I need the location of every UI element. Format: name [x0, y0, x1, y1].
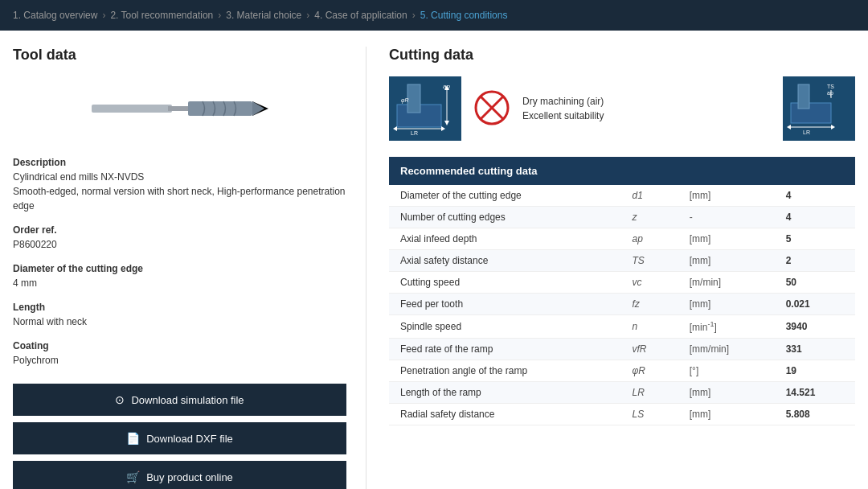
table-row: Radial safety distance LS [mm] 5.808	[389, 404, 855, 425]
description-line1: Cylindrical end mills NX-NVDS	[13, 170, 346, 184]
condition-label: Dry machining (air)	[522, 94, 604, 109]
tool-image-svg	[92, 91, 268, 127]
order-value: P8600220	[13, 237, 346, 252]
dxf-button-label: Download DXF file	[146, 433, 233, 445]
row-unit: [mm]	[678, 382, 775, 404]
nav-sep-2: ›	[218, 10, 221, 21]
length-value: Normal with neck	[13, 314, 346, 329]
3d-icon: ⊙	[115, 393, 125, 406]
row-value: 2	[775, 250, 855, 272]
svg-marker-4	[252, 101, 264, 116]
table-row: Feed per tooth fz [mm] 0.021	[389, 294, 855, 315]
table-row: Penetration angle of the ramp φR [°] 19	[389, 360, 855, 382]
row-label: Axial infeed depth	[389, 228, 620, 250]
cutting-diagram-right-svg: TS ap LR	[787, 80, 851, 137]
row-unit: [mm]	[678, 185, 775, 207]
left-panel: Tool data Descript	[13, 47, 366, 489]
order-label: Order ref.	[13, 224, 346, 236]
row-label: Length of the ramp	[389, 382, 620, 404]
svg-rect-10	[407, 84, 420, 113]
nav-case[interactable]: 4. Case of application	[314, 10, 407, 21]
row-label: Cutting speed	[389, 272, 620, 294]
row-symbol: vc	[620, 272, 678, 294]
svg-marker-26	[831, 125, 835, 129]
row-symbol: ap	[620, 228, 678, 250]
diameter-block: Diameter of the cutting edge 4 mm	[13, 263, 346, 290]
svg-marker-14	[441, 126, 445, 131]
row-label: Radial safety distance	[389, 404, 620, 425]
row-unit: [°]	[678, 360, 775, 382]
row-symbol: d1	[620, 185, 678, 207]
svg-text:LR: LR	[803, 129, 810, 135]
download-simulation-button[interactable]: ⊙ Download simulation file	[13, 384, 346, 416]
row-unit: -	[678, 207, 775, 228]
row-unit: [mm]	[678, 228, 775, 250]
right-panel: Cutting data ap φR	[366, 47, 855, 489]
row-unit: [mm]	[678, 404, 775, 425]
svg-marker-25	[787, 125, 791, 129]
cutting-data-title: Cutting data	[389, 47, 855, 64]
download-dxf-button[interactable]: 📄 Download DXF file	[13, 422, 346, 454]
tool-image-area	[13, 76, 346, 141]
row-value: 4	[775, 185, 855, 207]
row-value: 3940	[775, 315, 855, 339]
order-block: Order ref. P8600220	[13, 224, 346, 252]
row-value: 5	[775, 228, 855, 250]
row-symbol: n	[620, 315, 678, 339]
cutting-diagram-icon-box: ap φR LR	[389, 76, 461, 141]
table-row: Feed rate of the ramp vfR [mm/min] 331	[389, 339, 855, 360]
row-symbol: φR	[620, 360, 678, 382]
cutting-diagram-svg: ap φR LR	[393, 80, 457, 137]
row-symbol: LS	[620, 404, 678, 425]
svg-rect-0	[92, 105, 172, 113]
row-value: 4	[775, 207, 855, 228]
diameter-value: 4 mm	[13, 276, 346, 290]
svg-text:ap: ap	[827, 90, 833, 97]
svg-rect-2	[188, 101, 252, 116]
action-buttons: ⊙ Download simulation file 📄 Download DX…	[13, 384, 346, 489]
main-container: Tool data Descript	[0, 31, 868, 489]
row-unit: [m/min]	[678, 272, 775, 294]
row-label: Number of cutting edges	[389, 207, 620, 228]
table-row: Cutting speed vc [m/min] 50	[389, 272, 855, 294]
buy-product-button[interactable]: 🛒 Buy product online	[13, 461, 346, 489]
row-unit: [min-1]	[678, 315, 775, 339]
table-row: Length of the ramp LR [mm] 14.521	[389, 382, 855, 404]
tool-data-title: Tool data	[13, 47, 346, 64]
svg-text:φR: φR	[401, 97, 409, 104]
nav-catalog[interactable]: 1. Catalog overview	[13, 10, 97, 21]
nav-sep-4: ›	[412, 10, 416, 21]
svg-text:TS: TS	[827, 84, 834, 89]
file-icon: 📄	[126, 432, 140, 445]
description-block: Description Cylindrical end mills NX-NVD…	[13, 157, 346, 213]
row-label: Feed rate of the ramp	[389, 339, 620, 360]
row-symbol: fz	[620, 294, 678, 315]
coating-block: Coating Polychrom	[13, 340, 346, 368]
length-label: Length	[13, 302, 346, 313]
coating-label: Coating	[13, 340, 346, 351]
diameter-label: Diameter of the cutting edge	[13, 263, 346, 274]
row-symbol: z	[620, 207, 678, 228]
cutting-diagram-right-icon-box: TS ap LR	[783, 76, 855, 141]
condition-sublabel: Excellent suitability	[522, 109, 604, 123]
cutting-data-table: Diameter of the cutting edge d1 [mm] 4 N…	[389, 185, 855, 425]
row-unit: [mm]	[678, 294, 775, 315]
nav-sep-1: ›	[102, 10, 105, 21]
no-entry-icon	[474, 90, 510, 125]
nav-material[interactable]: 3. Material choice	[226, 10, 301, 21]
row-unit: [mm]	[678, 250, 775, 272]
row-symbol: TS	[620, 250, 678, 272]
row-label: Diameter of the cutting edge	[389, 185, 620, 207]
length-block: Length Normal with neck	[13, 302, 346, 329]
coating-value: Polychrom	[13, 353, 346, 368]
no-entry-icon-wrapper	[474, 90, 510, 128]
row-symbol: LR	[620, 382, 678, 404]
svg-marker-13	[393, 126, 397, 131]
table-row: Diameter of the cutting edge d1 [mm] 4	[389, 185, 855, 207]
nav-tool[interactable]: 2. Tool recommendation	[110, 10, 213, 21]
cutting-table-header: Recommended cutting data	[389, 157, 855, 185]
svg-text:LR: LR	[411, 130, 418, 136]
row-value: 331	[775, 339, 855, 360]
nav-cutting[interactable]: 5. Cutting conditions	[420, 10, 508, 21]
row-value: 5.808	[775, 404, 855, 425]
